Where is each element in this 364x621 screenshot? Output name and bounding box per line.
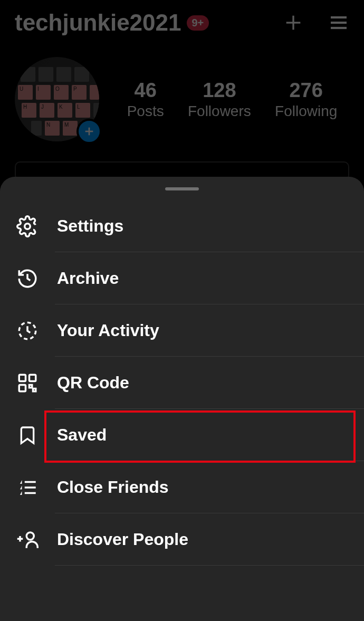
menu-item-settings[interactable]: Settings [0, 200, 364, 252]
profile-avatar[interactable]: UIOP HJKL NM [15, 57, 99, 141]
add-story-button[interactable] [76, 119, 102, 144]
followers-label: Followers [188, 103, 251, 120]
menu-label: Close Friends [57, 477, 169, 497]
bottom-sheet-menu: Settings Archive Your Activity QR Code S… [0, 177, 364, 621]
svg-rect-11 [19, 385, 25, 391]
stat-followers[interactable]: 128 Followers [188, 79, 251, 120]
hamburger-menu-button[interactable] [328, 12, 349, 33]
menu-item-close-friends[interactable]: Close Friends [0, 461, 364, 513]
menu-item-qrcode[interactable]: QR Code [0, 357, 364, 409]
svg-marker-14 [20, 480, 22, 484]
menu-label: Archive [57, 269, 119, 288]
menu-label: Saved [57, 425, 107, 445]
notification-badge: 9+ [187, 15, 209, 31]
close-friends-icon [16, 476, 39, 499]
svg-rect-12 [30, 385, 32, 387]
username-label: techjunkie2021 [15, 9, 181, 36]
create-post-button[interactable] [283, 12, 304, 33]
activity-icon [16, 319, 39, 342]
menu-item-saved[interactable]: Saved [0, 409, 364, 461]
profile-stats-row: UIOP HJKL NM 46 Posts 128 [0, 41, 364, 152]
svg-rect-10 [30, 375, 36, 381]
menu-label: Settings [57, 216, 123, 236]
posts-label: Posts [127, 103, 164, 120]
menu-item-archive[interactable]: Archive [0, 252, 364, 304]
following-label: Following [275, 103, 337, 120]
svg-point-20 [26, 532, 34, 540]
stat-following[interactable]: 276 Following [275, 79, 337, 120]
profile-header: techjunkie2021 9+ [0, 0, 364, 41]
bookmark-icon [16, 424, 39, 447]
qrcode-icon [16, 371, 39, 395]
stat-posts[interactable]: 46 Posts [127, 79, 164, 120]
menu-label: Your Activity [57, 321, 159, 340]
followers-count: 128 [188, 79, 251, 102]
menu-item-activity[interactable]: Your Activity [0, 304, 364, 357]
svg-point-7 [25, 223, 31, 229]
sheet-grabber[interactable] [165, 187, 199, 190]
svg-rect-13 [33, 388, 36, 391]
svg-marker-16 [20, 491, 22, 495]
menu-label: QR Code [57, 373, 129, 393]
menu-label: Discover People [57, 530, 188, 549]
following-count: 276 [275, 79, 337, 102]
svg-rect-9 [19, 375, 25, 381]
svg-marker-15 [20, 485, 22, 489]
username-dropdown[interactable]: techjunkie2021 9+ [15, 9, 209, 36]
gear-icon [16, 215, 39, 238]
posts-count: 46 [127, 79, 164, 102]
archive-icon [16, 267, 39, 290]
menu-item-discover[interactable]: Discover People [0, 513, 364, 566]
discover-people-icon [16, 528, 39, 551]
